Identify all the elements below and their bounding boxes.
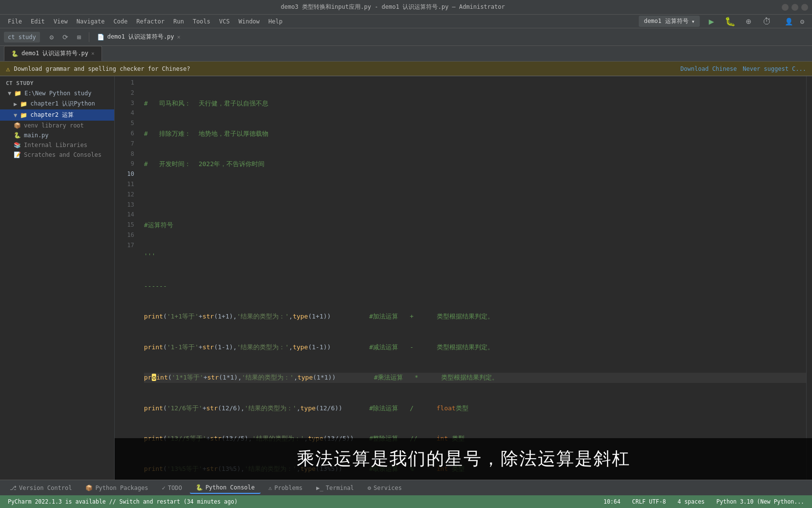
menu-run[interactable]: Run: [169, 17, 188, 26]
line-num-4: 4: [115, 108, 134, 119]
line-num-10: 10: [115, 169, 134, 180]
run-button[interactable]: ▶: [705, 15, 718, 28]
python-packages-icon: 📦: [85, 485, 93, 491]
line-num-12: 12: [115, 190, 134, 200]
toolbar-layout-icon[interactable]: ⊞: [73, 31, 85, 43]
version-control-label: Version Control: [19, 485, 72, 491]
code-line-5: #运算符号: [144, 220, 806, 231]
window-title: demo3 类型转换和input应用.py - demo1 认识运算符号.py …: [4, 3, 782, 11]
settings-icon[interactable]: ⚙: [796, 16, 808, 27]
terminal-label: Terminal: [326, 485, 354, 491]
code-line-7: ------: [144, 281, 806, 292]
close-btn[interactable]: [801, 4, 808, 11]
sidebar-item-venv[interactable]: 📦 venv library root: [0, 121, 114, 130]
status-update-msg[interactable]: PyCharm 2022.1.3 is available // Switch …: [6, 498, 240, 505]
status-update-text: PyCharm 2022.1.3 is available // Switch …: [8, 498, 238, 505]
title-bar: demo3 类型转换和input应用.py - demo1 认识运算符号.py …: [0, 0, 812, 15]
menu-code[interactable]: Code: [110, 17, 132, 26]
menu-refactor[interactable]: Refactor: [132, 17, 168, 26]
toolbar-settings-icon[interactable]: ⚙: [46, 31, 58, 43]
menu-navigate[interactable]: Navigate: [73, 17, 109, 26]
todo-label: TODO: [168, 485, 182, 491]
sidebar-item-scratches[interactable]: 📝 Scratches and Consoles: [0, 150, 114, 160]
bottom-tab-version-control[interactable]: ⎇ Version Control: [4, 483, 78, 493]
status-indent[interactable]: 4 spaces: [676, 498, 707, 505]
bottom-panel: ⎇ Version Control 📦 Python Packages ✓ TO…: [0, 480, 812, 495]
status-encoding[interactable]: CRLF UTF-8: [630, 498, 668, 505]
terminal-icon: ▶_: [316, 485, 323, 491]
tab-demo1-name: demo1 认识运算符号.py: [21, 49, 88, 58]
scroll-gutter[interactable]: [806, 76, 812, 480]
menu-tools[interactable]: Tools: [189, 17, 214, 26]
code-content[interactable]: # 司马和风： 天行健，君子以自强不息 # 排除万难： 地势地，君子以厚德载物 …: [140, 76, 806, 480]
sidebar-libraries-label: Internal Libraries: [24, 142, 87, 148]
notification-message: Download grammar and spelling checker fo…: [14, 65, 190, 72]
line-num-11: 11: [115, 180, 134, 190]
main-layout: ct study ▼ 📁 E:\New Python study ▶ 📁 cha…: [0, 76, 812, 480]
maximize-btn[interactable]: [792, 4, 798, 11]
code-line-10: proint('1*1等于'+str(1*1),'结果的类型为：',type(1…: [144, 373, 806, 383]
menu-window[interactable]: Window: [235, 17, 264, 26]
download-chinese-btn[interactable]: Download Chinese: [680, 65, 737, 72]
debug-button[interactable]: 🐛: [723, 15, 737, 28]
bottom-tab-terminal[interactable]: ▶_ Terminal: [310, 483, 360, 493]
bottom-tab-todo[interactable]: ✓ TODO: [156, 483, 188, 493]
sidebar-scratches-label: Scratches and Consoles: [24, 151, 102, 158]
subtitle-overlay: 乘法运算是我们的星号，除法运算是斜杠: [115, 438, 812, 480]
python-console-icon: 🐍: [196, 484, 203, 491]
tab-demo1-label[interactable]: demo1 认识运算符号.py: [107, 33, 174, 41]
never-suggest-btn[interactable]: Never suggest C...: [743, 65, 806, 72]
menu-edit[interactable]: Edit: [27, 17, 49, 26]
run-config-chevron: ▾: [691, 18, 695, 25]
sidebar-item-root[interactable]: ▼ 📁 E:\New Python study: [0, 88, 114, 98]
bottom-tab-python-packages[interactable]: 📦 Python Packages: [80, 483, 154, 493]
menu-vcs[interactable]: VCS: [215, 17, 234, 26]
menu-file[interactable]: File: [4, 17, 26, 26]
sidebar-root-label: E:\New Python study: [24, 90, 91, 97]
code-line-1: # 司马和风： 天行健，君子以自强不息: [144, 99, 806, 109]
expand-icon-ch2: ▼: [14, 112, 17, 119]
sidebar-item-chapter2[interactable]: ▼ 📁 chapter2 运算: [0, 109, 114, 121]
python-packages-label: Python Packages: [95, 485, 148, 491]
account-icon[interactable]: 👤: [783, 16, 794, 27]
problems-icon: ⚠: [268, 485, 272, 491]
sidebar-chapter1-label: chapter1 认识Python: [30, 100, 95, 108]
code-line-8: print('1+1等于'+str(1+1),'结果的类型为：',type(1+…: [144, 312, 806, 322]
bottom-tab-services[interactable]: ⚙ Services: [362, 483, 407, 493]
libraries-icon: 📚: [14, 142, 21, 148]
menu-help[interactable]: Help: [264, 17, 286, 26]
profile-button[interactable]: ⏱: [760, 15, 774, 28]
sidebar: ct study ▼ 📁 E:\New Python study ▶ 📁 cha…: [0, 76, 115, 480]
toolbar-separator: [89, 32, 89, 42]
run-config-label: demo1 运算符号: [644, 17, 688, 25]
code-editor[interactable]: 1 2 3 4 5 6 7 8 9 10 11 12 13 14 15 16 1…: [115, 76, 812, 480]
minimize-btn[interactable]: [782, 4, 789, 11]
line-num-1: 1: [115, 78, 134, 88]
bottom-tab-problems[interactable]: ⚠ Problems: [263, 483, 308, 493]
subtitle-text: 乘法运算是我们的星号，除法运算是斜杠: [297, 448, 630, 468]
bottom-tab-python-console[interactable]: 🐍 Python Console: [190, 482, 261, 494]
tab-demo1-close[interactable]: ×: [177, 34, 181, 41]
sidebar-item-chapter1[interactable]: ▶ 📁 chapter1 认识Python: [0, 98, 114, 109]
line-num-6: 6: [115, 129, 134, 139]
sidebar-chapter2-label: chapter2 运算: [30, 111, 74, 119]
status-python-version[interactable]: Python 3.10 (New Python...: [714, 498, 806, 505]
code-line-3: # 开发时间： 2022年，不告诉你时间: [144, 159, 806, 169]
menu-bar: File Edit View Navigate Code Refactor Ru…: [0, 15, 812, 28]
code-line-6: ''': [144, 251, 806, 261]
run-config-selector[interactable]: demo1 运算符号 ▾: [639, 16, 700, 27]
line-num-7: 7: [115, 139, 134, 149]
coverage-button[interactable]: ⊕: [742, 15, 755, 28]
status-line-col[interactable]: 10:64: [602, 498, 623, 505]
sidebar-project-header: ct study: [0, 76, 114, 88]
menu-view[interactable]: View: [50, 17, 72, 26]
line-num-15: 15: [115, 220, 134, 231]
sidebar-item-main[interactable]: 🐍 main.py: [0, 130, 114, 140]
tab-demo1-close-btn[interactable]: ×: [91, 50, 95, 57]
sidebar-item-libraries[interactable]: 📚 Internal Libraries: [0, 140, 114, 150]
toolbar-sync-icon[interactable]: ⟳: [60, 31, 71, 43]
scratches-icon: 📝: [14, 151, 21, 158]
tab-demo1[interactable]: 🐍 demo1 认识运算符号.py ×: [4, 46, 102, 61]
sidebar-main-label: main.py: [24, 132, 49, 139]
line-num-3: 3: [115, 99, 134, 109]
